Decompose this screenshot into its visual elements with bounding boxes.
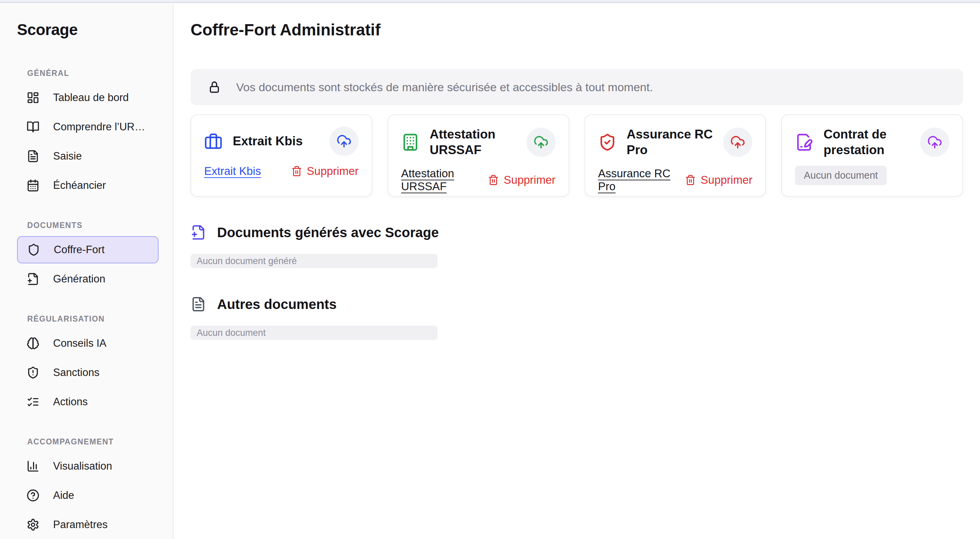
sidebar-section-regularisation: RÉGULARISATION [27, 315, 159, 324]
sidebar-item-label: Génération [53, 273, 105, 285]
page-title: Coffre-Fort Administratif [191, 21, 963, 39]
list-checks-icon [27, 395, 40, 408]
section-title: Documents générés avec Scorage [217, 225, 439, 240]
sidebar-item-label: Aide [53, 489, 74, 502]
file-plus-icon [27, 273, 40, 286]
sidebar-item-label: Visualisation [53, 460, 112, 472]
sidebar-item-label: Tableau de bord [53, 92, 129, 104]
sidebar-item-label: Échéancier [53, 179, 106, 192]
book-open-icon [27, 121, 40, 134]
sidebar-item-label: Conseils IA [53, 337, 107, 350]
sidebar-item-label: Comprendre l’URSS… [53, 121, 149, 133]
briefcase-icon [204, 132, 223, 150]
calendar-icon [27, 179, 40, 192]
shield-alert-icon [27, 366, 40, 379]
generated-documents-empty-state: Aucun document généré [191, 254, 438, 268]
sidebar-item-parametres[interactable]: Paramètres [17, 511, 159, 538]
upload-button[interactable] [723, 127, 752, 157]
delete-label: Supprimer [307, 165, 359, 178]
sidebar-item-generation[interactable]: Génération [17, 266, 159, 293]
delete-button[interactable]: Supprimer [291, 165, 359, 178]
document-link[interactable]: Extrait Kbis [204, 165, 261, 178]
building-icon [401, 133, 420, 151]
sidebar-item-sanctions[interactable]: Sanctions [17, 359, 159, 386]
trash-icon [488, 175, 499, 186]
sidebar-item-actions[interactable]: Actions [17, 388, 159, 415]
main-content: Coffre-Fort Administratif Vos documents … [174, 4, 980, 539]
upload-button[interactable] [920, 127, 950, 157]
sidebar-item-aide[interactable]: Aide [17, 482, 159, 509]
security-banner-text: Vos documents sont stockés de manière sé… [236, 81, 653, 94]
document-link[interactable]: Attestation URSSAF [401, 167, 488, 193]
help-icon [27, 489, 40, 502]
sidebar-item-echeancier[interactable]: Échéancier [17, 172, 159, 199]
sidebar-item-saisie[interactable]: Saisie [17, 143, 159, 170]
sidebar-item-label: Saisie [53, 150, 82, 162]
shield-icon [27, 243, 40, 256]
sidebar-section-general: GÉNÉRAL [27, 69, 159, 78]
bar-chart-icon [27, 460, 40, 473]
document-cards: Extrait Kbis Extrait Kbis Supprimer Atte… [191, 114, 963, 197]
upload-button[interactable] [329, 127, 359, 156]
empty-document-badge: Aucun document [795, 166, 887, 185]
delete-label: Supprimer [701, 173, 752, 186]
app-logo: Scorage [17, 21, 159, 39]
document-link[interactable]: Assurance RC Pro [598, 167, 685, 193]
upload-button[interactable] [527, 127, 556, 157]
brain-icon [27, 337, 40, 350]
sidebar-item-coffre-fort[interactable]: Coffre-Fort [17, 236, 159, 263]
file-pen-icon [795, 133, 813, 151]
sidebar-section-documents: DOCUMENTS [27, 221, 159, 230]
security-banner: Vos documents sont stockés de manière sé… [191, 69, 963, 105]
other-documents-empty-state: Aucun document [191, 326, 438, 340]
sidebar-item-tableau-de-bord[interactable]: Tableau de bord [17, 84, 159, 111]
delete-button[interactable]: Supprimer [685, 173, 752, 186]
file-plus-icon [191, 224, 206, 240]
card-title: Attestation URSSAF [430, 127, 516, 158]
gear-icon [27, 518, 40, 531]
sidebar-item-label: Coffre-Fort [54, 244, 105, 256]
sidebar-item-label: Actions [53, 396, 88, 408]
trash-icon [685, 175, 696, 186]
section-title: Autres documents [217, 297, 337, 312]
dashboard-icon [27, 91, 40, 104]
trash-icon [291, 166, 302, 176]
card-title: Contrat de prestation [824, 127, 910, 158]
delete-label: Supprimer [504, 173, 555, 186]
cloud-upload-icon [730, 135, 745, 150]
sidebar-item-comprendre-urssaf[interactable]: Comprendre l’URSS… [17, 113, 159, 140]
generated-documents-heading: Documents générés avec Scorage [191, 224, 963, 240]
card-attestation-urssaf: Attestation URSSAF Attestation URSSAF Su… [388, 114, 569, 197]
cloud-upload-icon [927, 135, 942, 150]
other-documents-heading: Autres documents [191, 296, 963, 312]
sidebar-section-accompagnement: ACCOMPAGNEMENT [27, 437, 159, 447]
cloud-upload-icon [337, 134, 352, 149]
sidebar-item-visualisation[interactable]: Visualisation [17, 453, 159, 480]
file-text-icon [27, 150, 40, 163]
lock-icon [208, 80, 221, 94]
sidebar-item-label: Paramètres [53, 518, 108, 531]
file-text-icon [191, 296, 206, 312]
cloud-upload-icon [533, 135, 549, 150]
window-top-edge [0, 0, 980, 3]
card-extrait-kbis: Extrait Kbis Extrait Kbis Supprimer [191, 114, 372, 197]
card-title: Extrait Kbis [233, 134, 303, 149]
card-title: Assurance RC Pro [627, 127, 713, 158]
sidebar-item-label: Sanctions [53, 366, 99, 379]
shield-check-icon [598, 133, 617, 151]
sidebar-item-conseils-ia[interactable]: Conseils IA [17, 330, 159, 357]
card-contrat-de-prestation: Contrat de prestation Aucun document [781, 114, 963, 197]
sidebar: Scorage GÉNÉRAL Tableau de bord Comprend… [0, 4, 173, 539]
delete-button[interactable]: Supprimer [488, 173, 555, 186]
card-assurance-rc-pro: Assurance RC Pro Assurance RC Pro Suppri… [585, 114, 766, 197]
